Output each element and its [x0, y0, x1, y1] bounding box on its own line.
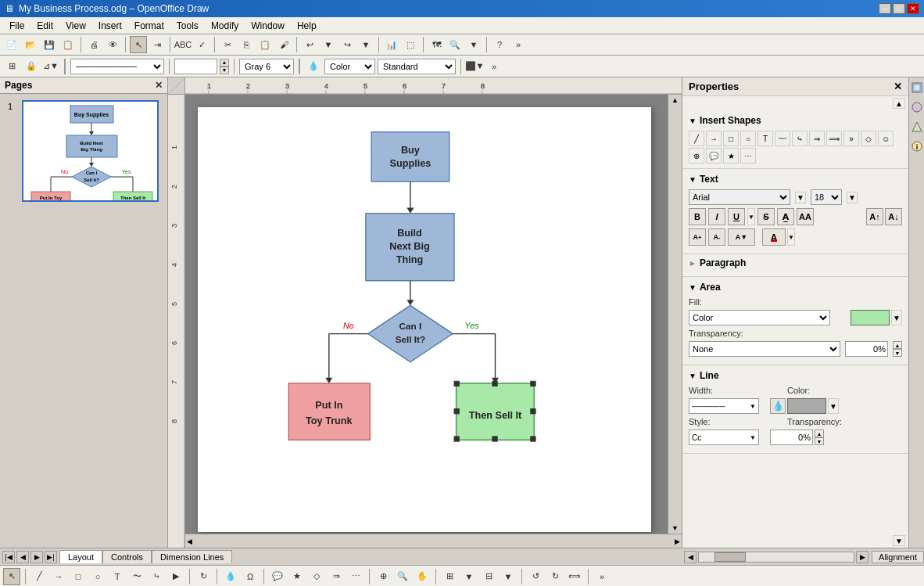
- strikethrough-button[interactable]: S: [757, 208, 775, 225]
- text-tool[interactable]: T: [757, 131, 773, 146]
- shadow-button[interactable]: A̲: [777, 208, 794, 225]
- line-transparency-input[interactable]: 0%: [770, 430, 813, 445]
- align-dropdown[interactable]: ⊿▼: [42, 58, 59, 75]
- help-button[interactable]: ?: [491, 36, 508, 53]
- ellipse-draw-tool[interactable]: ○: [89, 568, 106, 585]
- arrow-tool[interactable]: →: [706, 131, 722, 146]
- tab-scroll-last[interactable]: ▶|: [45, 551, 57, 563]
- undo-button[interactable]: ↩: [301, 36, 318, 53]
- navigator-button[interactable]: 🗺: [428, 36, 445, 53]
- format-paint-button[interactable]: 🖌: [275, 36, 292, 53]
- display-options-button[interactable]: ⬛▼: [466, 58, 483, 75]
- canvas-scroll-left[interactable]: ◀: [684, 551, 697, 563]
- properties-close-button[interactable]: ✕: [894, 81, 902, 92]
- snap-lines-tool[interactable]: ⊟: [480, 568, 497, 585]
- italic-button[interactable]: I: [708, 208, 725, 225]
- line-color-swatch[interactable]: [787, 398, 826, 414]
- copy-button[interactable]: ⎘: [238, 36, 255, 53]
- line-width-select[interactable]: ────── ▼: [689, 398, 759, 414]
- saveas-button[interactable]: 📋: [59, 36, 77, 53]
- redo-button[interactable]: ↪: [338, 36, 356, 53]
- menu-view[interactable]: View: [59, 19, 92, 33]
- block-arrow-tool[interactable]: ⇒: [328, 568, 345, 585]
- line-color-dropdown[interactable]: ▼: [828, 398, 839, 414]
- transparency-type-select[interactable]: None: [689, 341, 840, 357]
- color-name-select[interactable]: Gray 6: [239, 59, 294, 74]
- grid-display-tool[interactable]: ⊞: [441, 568, 458, 585]
- diamond-tool[interactable]: ◇: [861, 131, 876, 146]
- insert-shapes-header[interactable]: ▼ Insert Shapes: [689, 115, 902, 126]
- rotate-left-tool[interactable]: ↺: [527, 568, 544, 585]
- position-stepper[interactable]: ▲ ▼: [220, 59, 229, 74]
- ole-button[interactable]: ⬚: [402, 36, 419, 53]
- color-mode-select[interactable]: Color: [324, 59, 375, 74]
- font-color-dropdown[interactable]: ▼: [787, 228, 795, 246]
- eyedropper-bottom[interactable]: 💧: [222, 568, 239, 585]
- shape-more-button[interactable]: »: [843, 131, 859, 146]
- text-section-header[interactable]: ▼ Text: [689, 174, 902, 185]
- new-button[interactable]: 📄: [3, 36, 20, 53]
- more-shapes-2[interactable]: ⋯: [740, 148, 756, 164]
- connector-draw-tool[interactable]: ⤷: [148, 568, 165, 585]
- eyedropper-button[interactable]: 💧: [305, 58, 322, 75]
- select-tool[interactable]: ↖: [130, 36, 147, 53]
- tab-scroll-prev[interactable]: ◀: [16, 551, 29, 563]
- menu-help[interactable]: Help: [291, 19, 323, 33]
- taborder-button[interactable]: ⇥: [149, 36, 166, 53]
- fill-color-dropdown[interactable]: ▼: [891, 310, 902, 325]
- line-style-selector[interactable]: Cc ▼: [689, 430, 759, 445]
- menu-window[interactable]: Window: [245, 19, 291, 33]
- spellcheck-button[interactable]: ABC: [174, 36, 192, 53]
- print-button[interactable]: 🖨: [85, 36, 102, 53]
- paste-button[interactable]: 📋: [256, 36, 274, 53]
- color-palette-select[interactable]: Standard: [378, 59, 456, 74]
- tab-scroll-next[interactable]: ▶: [30, 551, 43, 563]
- tab-dimension-lines[interactable]: Dimension Lines: [152, 550, 232, 563]
- maximize-button[interactable]: □: [893, 3, 905, 14]
- position-input[interactable]: 0.00": [174, 59, 217, 74]
- area-header[interactable]: ▼ Area: [689, 282, 902, 293]
- preview-button[interactable]: 👁: [104, 36, 121, 53]
- fill-color-swatch[interactable]: [851, 310, 890, 325]
- fill-type-stepper[interactable]: [835, 310, 846, 325]
- snap-points-tool[interactable]: ⊕: [374, 568, 392, 585]
- font-family-select[interactable]: Arial: [689, 189, 790, 205]
- select-pointer-tool[interactable]: ↖: [3, 568, 20, 585]
- extra-tool-3[interactable]: [910, 120, 924, 134]
- increase-font-button[interactable]: A↑: [866, 208, 883, 225]
- canvas-area[interactable]: 1 2 3 4 5 6 7 8 1 2: [168, 77, 682, 548]
- decrease-font-button[interactable]: A↓: [885, 208, 902, 225]
- bottom-more-btn[interactable]: »: [593, 568, 611, 585]
- zoom-pan-tool[interactable]: 🔍: [394, 568, 411, 585]
- minimize-button[interactable]: ─: [879, 3, 891, 14]
- transparency-value-input[interactable]: 0%: [845, 341, 888, 357]
- props-scroll-down[interactable]: ▼: [682, 534, 908, 548]
- flowchart-tool[interactable]: ◇: [308, 568, 325, 585]
- snap-grid-button[interactable]: ⊞: [3, 58, 20, 75]
- tab-layout[interactable]: Layout: [59, 550, 102, 563]
- toolbar-more[interactable]: »: [510, 36, 527, 53]
- chart-button[interactable]: 📊: [383, 36, 400, 53]
- more-draw-tools-btn[interactable]: ▶: [167, 568, 184, 585]
- star-tool-bottom[interactable]: ★: [288, 568, 306, 585]
- 3d-rotate-tool[interactable]: ↻: [195, 568, 212, 585]
- color-line-tool[interactable]: 〰: [775, 131, 790, 146]
- extra-tool-2[interactable]: [910, 100, 924, 114]
- curve-tool[interactable]: 〜: [128, 568, 145, 585]
- rect-tool[interactable]: □: [723, 131, 739, 146]
- connector-tool[interactable]: ⤷: [792, 131, 808, 146]
- menu-format[interactable]: Format: [128, 19, 170, 33]
- redo-dropdown[interactable]: ▼: [357, 36, 374, 53]
- font-color-button[interactable]: A: [762, 228, 786, 246]
- horizontal-scroll-track[interactable]: [698, 552, 854, 563]
- lock-button[interactable]: 🔒: [23, 58, 40, 75]
- close-button[interactable]: ✕: [907, 3, 919, 14]
- special-char-tool[interactable]: Ω: [242, 568, 259, 585]
- menu-edit[interactable]: Edit: [30, 19, 59, 33]
- props-scroll-up[interactable]: ▲: [682, 96, 908, 110]
- tab-scroll-first[interactable]: |◀: [2, 551, 15, 563]
- line-style-select[interactable]: ──────────: [70, 59, 164, 74]
- font-size-select[interactable]: 18: [811, 189, 842, 205]
- pan-tool[interactable]: ✋: [414, 568, 431, 585]
- toolbar2-more[interactable]: »: [485, 58, 503, 75]
